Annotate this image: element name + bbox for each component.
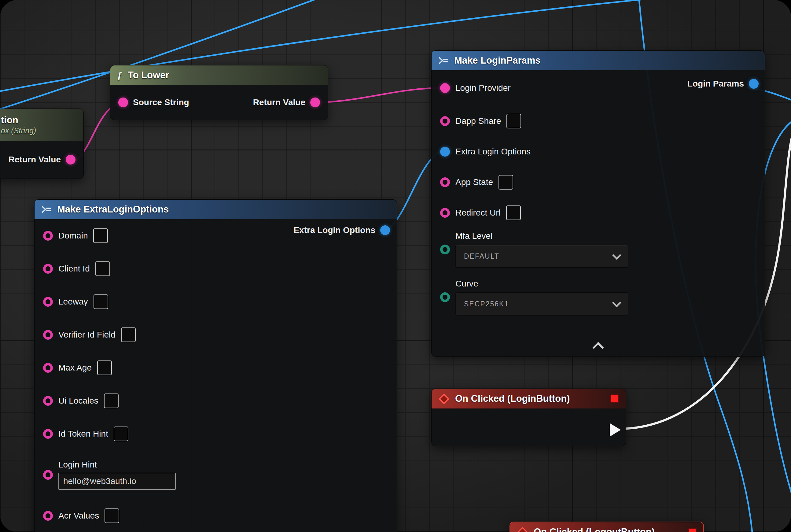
node-header[interactable]: On Clicked (LoginButton) xyxy=(431,389,626,408)
pin-label-return-value: Return Value xyxy=(8,155,61,165)
checkbox-dapp-share[interactable] xyxy=(506,114,521,128)
checkbox-acr-values[interactable] xyxy=(104,509,119,523)
pin-label: Id Token Hint xyxy=(58,429,108,439)
pin-row-login-hint: Login Hint xyxy=(35,450,397,499)
input-pin-mfa-level[interactable] xyxy=(440,245,450,254)
node-header[interactable]: ƒ To Lower xyxy=(110,65,328,85)
pin-row-leeway: Leeway xyxy=(35,285,397,318)
output-pin-return-value[interactable] xyxy=(310,97,320,107)
input-pin-ui-locales[interactable] xyxy=(43,396,53,406)
event-icon xyxy=(517,527,528,532)
pin-row-app-state: App State xyxy=(431,167,765,197)
pin-label: Leeway xyxy=(58,297,88,307)
checkbox-max-age[interactable] xyxy=(97,360,112,375)
input-pin-acr-values[interactable] xyxy=(43,511,53,521)
pin-row-ui-locales: Ui Locales xyxy=(35,384,397,417)
pin-row-domain: Domain xyxy=(35,219,397,252)
pin-label-source-string: Source String xyxy=(133,97,189,107)
pin-label: Login Provider xyxy=(456,83,511,93)
make-struct-icon xyxy=(438,57,449,64)
input-pin-domain[interactable] xyxy=(43,231,53,241)
node-title: On Clicked (LogoutButton) xyxy=(534,527,655,532)
pin-row-mfa-level: Mfa Level DEFAULT xyxy=(431,228,765,268)
checkbox-leeway[interactable] xyxy=(94,294,108,309)
pin-label: Client Id xyxy=(58,264,90,274)
checkbox-verifier-id-field[interactable] xyxy=(121,327,136,342)
delegate-pin[interactable] xyxy=(610,394,619,403)
input-pin-leeway[interactable] xyxy=(43,297,53,307)
login-hint-input[interactable] xyxy=(58,473,176,490)
node-on-clicked-logout-button[interactable]: On Clicked (LogoutButton) xyxy=(509,521,704,532)
blueprint-graph-canvas[interactable]: tion ox (String) Return Value ƒ To Lower… xyxy=(0,0,791,532)
pin-label-return-value: Return Value xyxy=(253,97,305,107)
pin-label: Max Age xyxy=(58,363,92,373)
pin-row-client-id: Client Id xyxy=(35,252,397,285)
pin-label: Redirect Url xyxy=(456,208,501,218)
node-header[interactable]: On Clicked (LogoutButton) xyxy=(510,522,703,532)
pin-row-redirect-url: Redirect Url xyxy=(431,197,765,228)
checkbox-domain[interactable] xyxy=(93,228,108,243)
output-pin-return-value[interactable] xyxy=(66,155,76,165)
output-pin-login-params[interactable] xyxy=(749,79,758,89)
window-frame: tion ox (String) Return Value ƒ To Lower… xyxy=(0,0,791,532)
node-header[interactable]: Make LoginParams xyxy=(431,51,765,70)
input-pin-redirect-url[interactable] xyxy=(440,208,450,218)
curve-dropdown[interactable]: SECP256K1 xyxy=(456,292,629,316)
pin-row-verifier-id-field: Verifier Id Field xyxy=(35,318,397,351)
collapse-node-button[interactable] xyxy=(593,342,604,354)
pin-row-max-age: Max Age xyxy=(35,351,397,384)
pin-label-login-params: Login Params xyxy=(688,79,744,89)
input-pin-id-token-hint[interactable] xyxy=(43,429,53,439)
pin-label: Domain xyxy=(58,231,88,241)
input-pin-verifier-id-field[interactable] xyxy=(43,330,53,340)
pin-row-curve: Curve SECP256K1 xyxy=(431,276,765,316)
node-title: To Lower xyxy=(128,70,169,81)
pin-label: Curve xyxy=(456,279,629,289)
node-header[interactable]: Make ExtraLoginOptions xyxy=(35,200,397,219)
input-pin-extra-login-options[interactable] xyxy=(440,147,450,156)
checkbox-client-id[interactable] xyxy=(95,261,110,276)
node-header[interactable]: tion ox (String) xyxy=(0,109,83,141)
pin-label: Extra Login Options xyxy=(456,147,530,156)
pin-label: Dapp Share xyxy=(456,116,501,126)
node-make-login-params[interactable]: Make LoginParams Login Params Login Prov… xyxy=(431,51,765,357)
dropdown-value: DEFAULT xyxy=(464,252,499,261)
output-row-extra-login-options: Extra Login Options xyxy=(293,225,390,235)
input-pin-curve[interactable] xyxy=(440,292,450,302)
input-pin-source-string[interactable] xyxy=(118,97,128,107)
pin-label: Mfa Level xyxy=(456,231,629,241)
mfa-level-dropdown[interactable]: DEFAULT xyxy=(456,245,629,268)
pin-row-id-token-hint: Id Token Hint xyxy=(35,417,397,450)
input-pin-client-id[interactable] xyxy=(43,264,53,274)
delegate-pin[interactable] xyxy=(688,528,697,532)
function-icon: ƒ xyxy=(117,70,122,81)
pin-label: App State xyxy=(456,177,493,187)
input-pin-login-hint[interactable] xyxy=(43,470,53,480)
output-pin-extra-login-options[interactable] xyxy=(380,225,390,235)
node-title: tion xyxy=(1,115,18,126)
wire-tolower-to-loginprovider xyxy=(309,88,445,103)
checkbox-ui-locales[interactable] xyxy=(104,394,119,408)
input-pin-login-provider[interactable] xyxy=(440,83,450,93)
node-to-lower[interactable]: ƒ To Lower Source String Return Value xyxy=(110,65,328,120)
chevron-down-icon xyxy=(612,250,621,260)
node-title: On Clicked (LoginButton) xyxy=(455,393,570,404)
pin-label: Verifier Id Field xyxy=(58,330,116,340)
node-subtitle: ox (String) xyxy=(1,126,36,135)
dropdown-value: SECP256K1 xyxy=(464,300,509,308)
pin-row-dapp-share: Dapp Share xyxy=(431,106,765,136)
pin-label: Acr Values xyxy=(58,511,99,521)
input-pin-app-state[interactable] xyxy=(440,177,450,187)
node-on-clicked-login-button[interactable]: On Clicked (LoginButton) xyxy=(431,388,626,446)
node-get-text-partial[interactable]: tion ox (String) Return Value xyxy=(0,109,84,179)
checkbox-app-state[interactable] xyxy=(499,175,513,190)
event-icon xyxy=(439,393,449,404)
checkbox-id-token-hint[interactable] xyxy=(114,426,128,441)
exec-output-pin[interactable] xyxy=(610,423,621,437)
chevron-down-icon xyxy=(612,298,621,307)
node-make-extra-login-options[interactable]: Make ExtraLoginOptions Extra Login Optio… xyxy=(34,200,397,532)
pin-label: Ui Locales xyxy=(58,396,98,406)
checkbox-redirect-url[interactable] xyxy=(506,206,521,220)
input-pin-max-age[interactable] xyxy=(43,363,53,373)
input-pin-dapp-share[interactable] xyxy=(440,116,450,126)
